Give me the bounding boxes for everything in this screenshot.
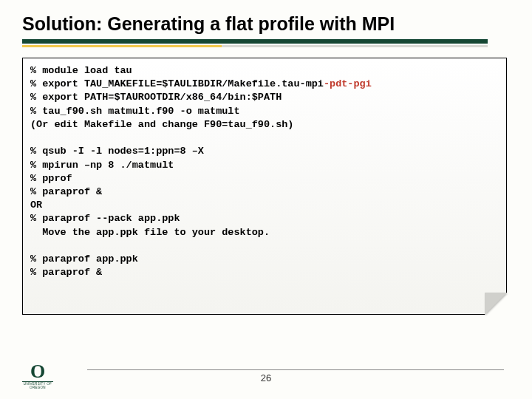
- code-highlight: -pdt-pgi: [324, 78, 372, 89]
- code-line: % module load tau: [30, 65, 132, 76]
- page-curl-icon: [485, 293, 507, 315]
- footer: O UNIVERSITY OF OREGON 26: [21, 359, 511, 392]
- code-line: % qsub -I -l nodes=1:ppn=8 –X: [30, 146, 204, 157]
- page-title: Solution: Generating a flat profile with…: [22, 13, 511, 35]
- logo-subtext: UNIVERSITY OF OREGON: [22, 381, 53, 390]
- code-line: % paraprof --pack app.ppk: [30, 213, 180, 224]
- code-line: % mpirun –np 8 ./matmult: [30, 160, 174, 171]
- rule-gold: [22, 45, 222, 47]
- code-line: % pprof: [30, 173, 72, 184]
- code-line: OR: [30, 200, 42, 211]
- slide: Solution: Generating a flat profile with…: [0, 0, 532, 399]
- logo-o-glyph: O: [22, 364, 53, 380]
- code-line: % tau_f90.sh matmult.f90 -o matmult: [30, 106, 240, 117]
- code-line: % export TAU_MAKEFILE=$TAULIBDIR/Makefil…: [30, 78, 324, 89]
- rule-green: [22, 39, 488, 44]
- title-rule: [22, 39, 511, 47]
- code-line: Move the app.ppk file to your desktop.: [30, 227, 270, 238]
- code-line: (Or edit Makefile and change F90=tau_f90…: [30, 119, 293, 130]
- footer-rule: [87, 369, 504, 370]
- uo-logo: O UNIVERSITY OF OREGON: [22, 364, 53, 390]
- code-line: % paraprof app.ppk: [30, 253, 138, 265]
- code-line: % paraprof &: [30, 186, 102, 197]
- page-number: 26: [251, 372, 281, 383]
- code-box: % module load tau % export TAU_MAKEFILE=…: [22, 58, 507, 315]
- code-line: % paraprof &: [30, 267, 102, 278]
- code-line: % export PATH=$TAUROOTDIR/x86_64/bin:$PA…: [30, 92, 282, 103]
